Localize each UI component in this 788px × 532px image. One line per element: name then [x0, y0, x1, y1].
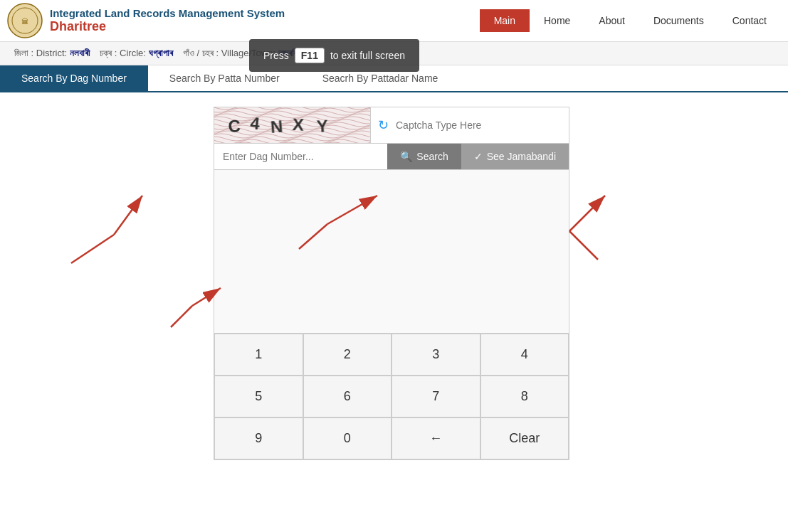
logo-icon: 🏛 [7, 3, 43, 38]
numpad-row-1: 1 2 3 4 [214, 334, 569, 376]
captcha-input[interactable] [396, 119, 562, 131]
f11-key: F11 [295, 48, 325, 63]
key-0[interactable]: 0 [303, 417, 392, 459]
svg-line-7 [569, 196, 605, 231]
captcha-refresh-icon[interactable]: ↻ [378, 117, 389, 133]
key-backspace[interactable]: ← [392, 417, 480, 459]
results-area [214, 170, 569, 334]
nav-documents[interactable]: Documents [639, 9, 718, 32]
search-panel: ↻ 🔍 Search ✓ See Jamabandi 1 2 3 4 [214, 107, 569, 460]
header-title: Integrated Land Records Management Syste… [50, 7, 480, 34]
search-button[interactable]: 🔍 Search [387, 144, 461, 169]
svg-line-4 [71, 235, 114, 263]
main-nav: Main Home About Documents Contact [480, 9, 781, 32]
nav-about[interactable]: About [584, 9, 639, 32]
jamabandi-label: See Jamabandi [487, 151, 556, 162]
district-label: জিলা : District: [14, 48, 67, 58]
key-6[interactable]: 6 [303, 376, 392, 417]
svg-line-8 [569, 231, 598, 260]
captcha-row: ↻ [214, 107, 569, 144]
key-5[interactable]: 5 [214, 376, 303, 417]
header: 🏛 Integrated Land Records Management Sys… [0, 0, 788, 42]
nav-contact[interactable]: Contact [718, 9, 781, 32]
key-8[interactable]: 8 [480, 376, 569, 417]
key-2[interactable]: 2 [303, 334, 392, 376]
fullscreen-notice: Press F11 to exit full screen [249, 39, 419, 72]
jamabandi-button[interactable]: ✓ See Jamabandi [461, 144, 569, 169]
nav-home[interactable]: Home [530, 9, 584, 32]
key-7[interactable]: 7 [392, 376, 480, 417]
main-content: ↻ 🔍 Search ✓ See Jamabandi 1 2 3 4 [0, 92, 788, 474]
district-value: নলবাৰী [70, 48, 90, 58]
svg-line-3 [114, 196, 142, 235]
key-3[interactable]: 3 [392, 334, 480, 376]
press-label: Press [263, 50, 289, 61]
tab-dag-number[interactable]: Search By Dag Number [0, 65, 148, 91]
org-name: Integrated Land Records Management Syste… [50, 7, 480, 19]
dag-number-input[interactable] [214, 144, 387, 169]
numpad: 1 2 3 4 5 6 7 8 9 0 ← Clear [214, 334, 569, 460]
circle-value: ঘগ্ৰাপাৰ [149, 48, 173, 58]
numpad-row-2: 5 6 7 8 [214, 376, 569, 417]
captcha-input-area: ↻ [371, 107, 569, 143]
nav-main[interactable]: Main [480, 9, 530, 32]
search-label: Search [416, 151, 448, 162]
exit-label: to exit full screen [330, 50, 405, 61]
key-4[interactable]: 4 [480, 334, 569, 376]
search-icon: 🔍 [400, 151, 412, 162]
search-input-row: 🔍 Search ✓ See Jamabandi [214, 144, 569, 170]
key-9[interactable]: 9 [214, 417, 303, 459]
app-name: Dharitree [50, 19, 480, 34]
check-icon: ✓ [474, 151, 483, 162]
key-1[interactable]: 1 [214, 334, 303, 376]
key-clear[interactable]: Clear [480, 417, 569, 459]
captcha-image [214, 107, 371, 143]
svg-text:🏛: 🏛 [21, 18, 28, 26]
svg-line-10 [171, 306, 192, 327]
circle-label: চক্ৰ : Circle: [100, 48, 146, 58]
numpad-row-3: 9 0 ← Clear [214, 417, 569, 459]
